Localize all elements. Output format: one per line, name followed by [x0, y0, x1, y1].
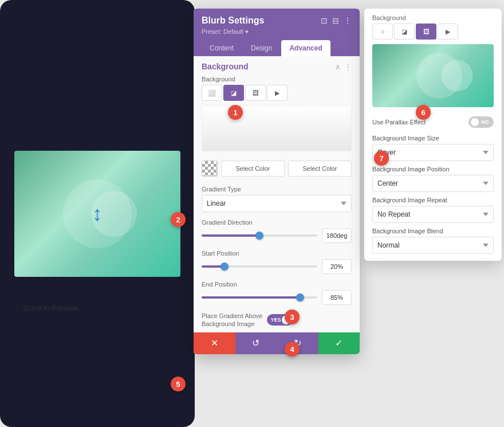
reset-button[interactable]: ↺ [235, 332, 277, 354]
gradient-preview [202, 105, 352, 151]
end-position-thumb[interactable] [296, 293, 304, 301]
badge-5: 5 [171, 377, 186, 391]
gradient-direction-input[interactable]: 180deg [322, 228, 352, 243]
right-bg-tab-color[interactable]: ○ [372, 23, 393, 40]
gradient-direction-thumb[interactable] [255, 232, 263, 240]
cancel-button[interactable]: ✕ [194, 332, 235, 354]
panel-header-icons: ⊡ ⊟ ⋮ [321, 16, 352, 25]
gradient-type-label: Gradient Type [202, 186, 352, 193]
color-stop-left-swatch[interactable] [202, 160, 218, 177]
image-icon: 🖼 [253, 89, 259, 96]
badge-4: 4 [285, 342, 300, 357]
panel-header: Blurb Settings ⊡ ⊟ ⋮ Preset: Default ▾ C… [194, 9, 360, 56]
right-bg-tab-gradient[interactable]: ◪ [394, 23, 415, 40]
image-position-group: Background Image Position Center [364, 163, 502, 194]
gradient-type-group: Gradient Type Linear [194, 182, 360, 216]
bg-tab-image[interactable]: 🖼 [245, 85, 266, 101]
place-gradient-row: Place Gradient AboveBackground Image YES [194, 308, 360, 332]
more-icon[interactable]: ⋮ [344, 16, 352, 25]
expand-icon[interactable]: ⊡ [321, 16, 328, 25]
section-header: Background ∧ ⋮ [194, 56, 360, 76]
select-color-left-button[interactable]: Select Color [221, 160, 285, 177]
bg-tab-video[interactable]: ▶ [267, 85, 288, 101]
tab-design[interactable]: Design [243, 40, 280, 56]
video-icon: ▶ [275, 89, 279, 97]
badge-7: 7 [374, 151, 389, 166]
badge-1: 1 [228, 105, 243, 120]
tab-advanced[interactable]: Advanced [281, 40, 330, 56]
badge-3: 3 [285, 310, 300, 324]
image-position-select[interactable]: Center [372, 175, 494, 192]
parallax-row: Use Parallax Effect NO [364, 114, 502, 130]
start-position-group: Start Position [194, 246, 360, 277]
parallax-toggle[interactable]: NO [468, 116, 494, 128]
parallax-label: Use Parallax Effect [372, 119, 426, 126]
panel-title: Blurb Settings [202, 15, 264, 26]
start-position-label: Start Position [202, 250, 352, 257]
gradient-direction-label: Gradient Direction [202, 219, 352, 226]
badge-2: 2 [171, 212, 186, 227]
gradient-direction-slider-row: 180deg [202, 228, 352, 243]
right-panel: Background ○ ◪ 🖼 ▶ Use Parallax Effect N… [364, 9, 502, 261]
image-size-select[interactable]: Cover [372, 144, 494, 161]
panel-tabs: Content Design Advanced [202, 40, 352, 56]
right-video-icon: ▶ [446, 28, 450, 36]
settings-panel: Blurb Settings ⊡ ⊟ ⋮ Preset: Default ▾ C… [194, 9, 360, 354]
image-repeat-group: Background Image Repeat No Repeat [364, 194, 502, 225]
image-size-label: Background Image Size [372, 135, 494, 142]
right-bg-type-tabs: ○ ◪ 🖼 ▶ [364, 23, 502, 40]
scroll-preview-label: Scroll to Preview [23, 304, 78, 312]
section-title: Background [202, 62, 249, 71]
screen-preview: ↕ [14, 151, 180, 277]
gradient-direction-fill [202, 234, 259, 237]
image-repeat-label: Background Image Repeat [372, 197, 494, 203]
gradient-icon: ◪ [231, 89, 237, 97]
tab-content[interactable]: Content [202, 40, 242, 56]
badge-6: 6 [416, 105, 431, 120]
right-bg-label: Background [364, 9, 502, 23]
gradient-direction-track [202, 234, 317, 237]
section-controls: ∧ ⋮ [335, 62, 352, 71]
bg-type-tabs: ⬜ ◪ 🖼 ▶ [194, 85, 360, 101]
right-bg-tab-video[interactable]: ▶ [438, 23, 458, 40]
action-bar: ✕ ↺ ↻ ✓ [194, 332, 360, 354]
preview-circle-2 [442, 60, 473, 92]
section-more-icon[interactable]: ⋮ [344, 62, 352, 71]
select-color-right-button[interactable]: Select Color [288, 160, 352, 177]
color-stops-row: Select Color Select Color [194, 157, 360, 180]
gradient-type-select[interactable]: Linear [202, 195, 352, 212]
start-position-slider-row [202, 259, 352, 274]
end-position-label: End Position [202, 281, 352, 288]
image-position-label: Background Image Position [372, 166, 494, 173]
start-position-track [202, 265, 317, 268]
reset-icon: ↺ [252, 338, 259, 348]
collapse-icon[interactable]: ∧ [335, 62, 341, 71]
device-screen: ↕ [14, 151, 180, 277]
toggle-yes-label: YES [270, 317, 281, 323]
right-color-icon: ○ [381, 28, 385, 35]
start-position-input[interactable] [322, 259, 352, 274]
end-position-input[interactable] [322, 290, 352, 305]
parallax-knob [471, 118, 479, 126]
right-bg-tab-image[interactable]: 🖼 [416, 23, 436, 40]
image-blend-label: Background Image Blend [372, 228, 494, 234]
image-blend-select[interactable]: Normal [372, 237, 494, 254]
bg-label: Background [194, 76, 360, 85]
end-position-group: End Position [194, 277, 360, 308]
columns-icon[interactable]: ⊟ [332, 16, 339, 25]
bg-tab-color[interactable]: ⬜ [202, 85, 222, 101]
panel-body: Background ∧ ⋮ Background ⬜ ◪ 🖼 ▶ [194, 56, 360, 354]
image-blend-group: Background Image Blend Normal [364, 225, 502, 256]
end-position-fill [202, 296, 300, 299]
right-gradient-icon: ◪ [401, 28, 407, 36]
confirm-button[interactable]: ✓ [318, 332, 360, 354]
bg-tab-gradient[interactable]: ◪ [223, 85, 244, 101]
start-position-thumb[interactable] [220, 263, 229, 271]
right-image-icon: 🖼 [423, 28, 430, 35]
preset-label[interactable]: Preset: Default ▾ [202, 28, 352, 36]
device-frame: ↕ [0, 0, 195, 427]
image-repeat-select[interactable]: No Repeat [372, 206, 494, 223]
cancel-icon: ✕ [211, 338, 218, 348]
right-preview-image [372, 44, 494, 107]
end-position-slider-row [202, 290, 352, 305]
